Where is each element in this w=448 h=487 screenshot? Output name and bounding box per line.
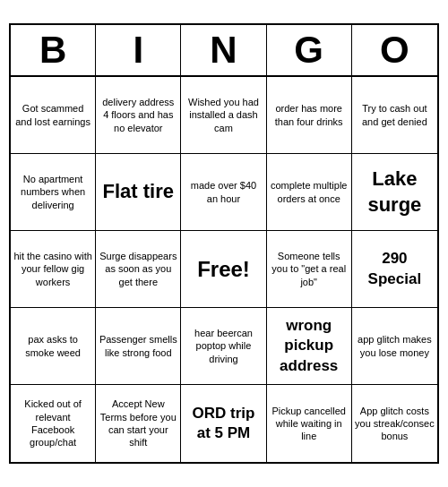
bingo-cell-4: Try to cash out and get denied	[352, 77, 437, 154]
bingo-cell-6: Flat tire	[96, 154, 181, 231]
bingo-cell-0: Got scammed and lost earnings	[11, 77, 96, 154]
bingo-header: BINGO	[11, 25, 437, 77]
bingo-cell-12: Free!	[181, 231, 266, 308]
bingo-cell-17: hear beercan poptop while driving	[181, 308, 266, 385]
bingo-cell-18: wrong pickup address	[267, 308, 352, 385]
bingo-cell-19: app glitch makes you lose money	[352, 308, 437, 385]
bingo-cell-3: order has more than four drinks	[267, 77, 352, 154]
bingo-cell-14: 290 Special	[352, 231, 437, 308]
bingo-letter-i: I	[96, 25, 181, 75]
bingo-cell-9: Lake surge	[352, 154, 437, 231]
bingo-cell-23: Pickup cancelled while waiting in line	[267, 385, 352, 462]
bingo-letter-o: O	[352, 25, 437, 75]
bingo-letter-g: G	[267, 25, 352, 75]
bingo-cell-11: Surge disappears as soon as you get ther…	[96, 231, 181, 308]
bingo-grid: Got scammed and lost earningsdelivery ad…	[11, 77, 437, 462]
bingo-cell-10: hit the casino with your fellow gig work…	[11, 231, 96, 308]
bingo-cell-8: complete multiple orders at once	[267, 154, 352, 231]
bingo-cell-22: ORD trip at 5 PM	[181, 385, 266, 462]
bingo-cell-21: Accept New Terms before you can start yo…	[96, 385, 181, 462]
bingo-cell-24: App glitch costs you streak/consec bonus	[352, 385, 437, 462]
bingo-letter-b: B	[11, 25, 96, 75]
bingo-card: BINGO Got scammed and lost earningsdeliv…	[9, 23, 439, 464]
bingo-letter-n: N	[181, 25, 266, 75]
bingo-cell-5: No apartment numbers when delivering	[11, 154, 96, 231]
bingo-cell-16: Passenger smells like strong food	[96, 308, 181, 385]
bingo-cell-13: Someone tells you to "get a real job"	[267, 231, 352, 308]
bingo-cell-7: made over $40 an hour	[181, 154, 266, 231]
bingo-cell-2: Wished you had installed a dash cam	[181, 77, 266, 154]
bingo-cell-15: pax asks to smoke weed	[11, 308, 96, 385]
bingo-cell-1: delivery address 4 floors and has no ele…	[96, 77, 181, 154]
bingo-cell-20: Kicked out of relevant Facebook group/ch…	[11, 385, 96, 462]
